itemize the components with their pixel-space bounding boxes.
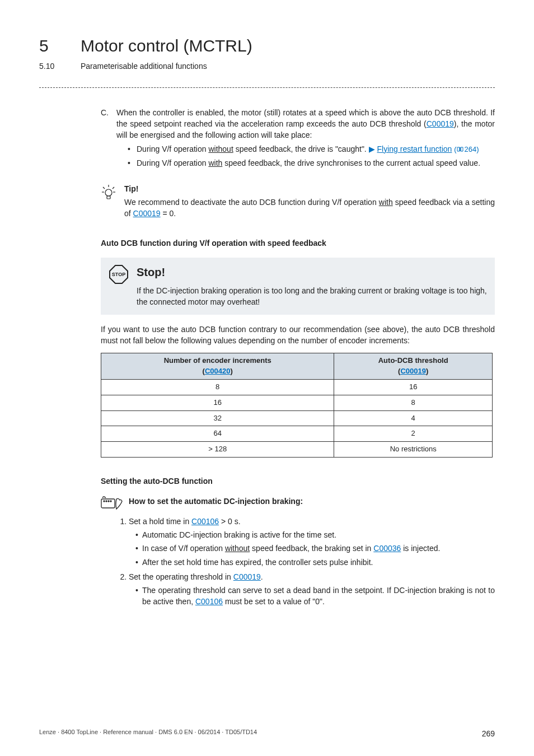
table-row: 642 xyxy=(101,426,493,442)
cell: 64 xyxy=(101,426,334,442)
encoder-threshold-table: Number of encoder increments (C00420) Au… xyxy=(101,353,493,458)
s1-post: > 0 s. xyxy=(219,517,241,526)
tip-pre: We recommend to deactivate the auto DCB … xyxy=(124,198,379,207)
footer-left: Lenze · 8400 TopLine · Reference manual … xyxy=(39,728,257,739)
cell: 8 xyxy=(101,379,334,395)
cell: No restrictions xyxy=(334,442,493,458)
list-letter-c: C. xyxy=(101,107,112,171)
link-c00019-1[interactable]: C00019 xyxy=(427,119,454,128)
link-c00036[interactable]: C00036 xyxy=(373,544,401,553)
cell: 32 xyxy=(101,410,334,426)
s2s1-post: must be set to a value of "0". xyxy=(223,597,325,606)
cell: 16 xyxy=(334,379,493,395)
b2-pre: During V/f operation xyxy=(137,158,208,167)
chapter-number: 5 xyxy=(39,34,67,58)
th2-label: Auto-DCB threshold xyxy=(378,356,448,365)
tip-post: = 0. xyxy=(161,209,176,218)
th1-label: Number of encoder increments xyxy=(164,356,271,365)
page-ref-264[interactable]: (264) xyxy=(454,145,479,153)
link-c00019-tip[interactable]: C00019 xyxy=(133,209,161,218)
svg-point-11 xyxy=(106,501,107,502)
step2-sub1: The operating threshold can serve to set… xyxy=(135,585,495,608)
link-flying-restart[interactable]: Flying restart function xyxy=(377,144,452,153)
step-2: Set the operating threshold in C00019. T… xyxy=(129,571,495,608)
s1s2-mid: speed feedback, the braking set in xyxy=(250,544,373,553)
para-table-intro: If you want to use the auto DCB function… xyxy=(101,324,495,347)
arrow-icon: ▶ xyxy=(369,144,375,153)
step1-sub1: Automatic DC-injection braking is active… xyxy=(135,529,495,540)
section-title: Parameterisable additional functions xyxy=(81,60,207,72)
th-encoder-increments: Number of encoder increments (C00420) xyxy=(101,353,334,380)
table-row: 816 xyxy=(101,379,493,395)
b1-underline: without xyxy=(208,144,233,153)
s2-post: . xyxy=(261,572,263,581)
link-c00106-a[interactable]: C00106 xyxy=(191,517,219,526)
table-row: 324 xyxy=(101,410,493,426)
bullet-dot: • xyxy=(128,157,132,169)
howto-icon xyxy=(101,496,123,513)
cell: > 128 xyxy=(101,442,334,458)
table-row: > 128No restrictions xyxy=(101,442,493,458)
svg-point-5 xyxy=(105,189,112,196)
svg-point-10 xyxy=(104,501,105,502)
bullet-1-body: During V/f operation without speed feedb… xyxy=(137,143,479,155)
step1-sub2: In case of V/f operation without speed f… xyxy=(135,543,495,554)
cell: 8 xyxy=(334,395,493,410)
howto-heading: How to set the automatic DC-injection br… xyxy=(129,496,303,513)
pageref-num: 264 xyxy=(465,145,477,153)
stop-body: If the DC-injection braking operation is… xyxy=(137,285,487,308)
step1-sub3: After the set hold time has expired, the… xyxy=(135,557,495,568)
tip-icon xyxy=(101,183,119,220)
link-c00420[interactable]: C00420 xyxy=(205,367,231,375)
cell: 4 xyxy=(334,410,493,426)
svg-point-13 xyxy=(110,501,111,502)
tip-body: We recommend to deactivate the auto DCB … xyxy=(124,197,495,220)
svg-line-2 xyxy=(113,187,114,189)
subheading-setting-autodcb: Setting the auto-DCB function xyxy=(101,475,495,487)
stop-heading: Stop! xyxy=(137,264,487,281)
th-autodcb-threshold: Auto-DCB threshold (C00019) xyxy=(334,353,493,380)
table-row: 168 xyxy=(101,395,493,410)
cell: 16 xyxy=(101,395,334,410)
svg-point-12 xyxy=(108,501,109,502)
bullet-dot: • xyxy=(128,143,132,155)
chapter-title: Motor control (MCTRL) xyxy=(81,34,252,58)
tip-heading: Tip! xyxy=(124,183,495,194)
cell: 2 xyxy=(334,426,493,442)
b2-underline: with xyxy=(208,158,222,167)
section-number: 5.10 xyxy=(39,60,67,72)
divider xyxy=(39,87,495,88)
bullet-2-body: During V/f operation with speed feedback… xyxy=(137,157,480,169)
stop-icon: STOP xyxy=(109,264,131,308)
s1s2-pre: In case of V/f operation xyxy=(142,544,225,553)
s2-pre: Set the operating threshold in xyxy=(129,572,233,581)
s1-pre: Set a hold time in xyxy=(129,517,191,526)
svg-text:STOP: STOP xyxy=(112,272,125,277)
page-number: 269 xyxy=(482,728,495,739)
steps-list: Set a hold time in C00106 > 0 s. Automat… xyxy=(118,516,495,608)
svg-rect-6 xyxy=(107,196,110,199)
link-c00106-b[interactable]: C00106 xyxy=(195,597,223,606)
svg-rect-9 xyxy=(101,499,115,508)
b1-mid: speed feedback, the drive is "caught". xyxy=(233,144,369,153)
link-c00019-step[interactable]: C00019 xyxy=(233,572,261,581)
link-c00019-th[interactable]: C00019 xyxy=(400,367,426,375)
s1s2-post: is injected. xyxy=(401,544,440,553)
b1-pre: During V/f operation xyxy=(137,144,208,153)
tip-underline: with xyxy=(379,198,393,207)
b2-post: speed feedback, the drive synchronises t… xyxy=(222,158,480,167)
svg-line-1 xyxy=(103,187,105,189)
subheading-autodcb-feedback: Auto DCB function during V/f operation w… xyxy=(101,237,495,249)
s1s2-u: without xyxy=(225,544,250,553)
step-1: Set a hold time in C00106 > 0 s. Automat… xyxy=(129,516,495,568)
list-item-c-body: When the controller is enabled, the moto… xyxy=(116,107,495,171)
